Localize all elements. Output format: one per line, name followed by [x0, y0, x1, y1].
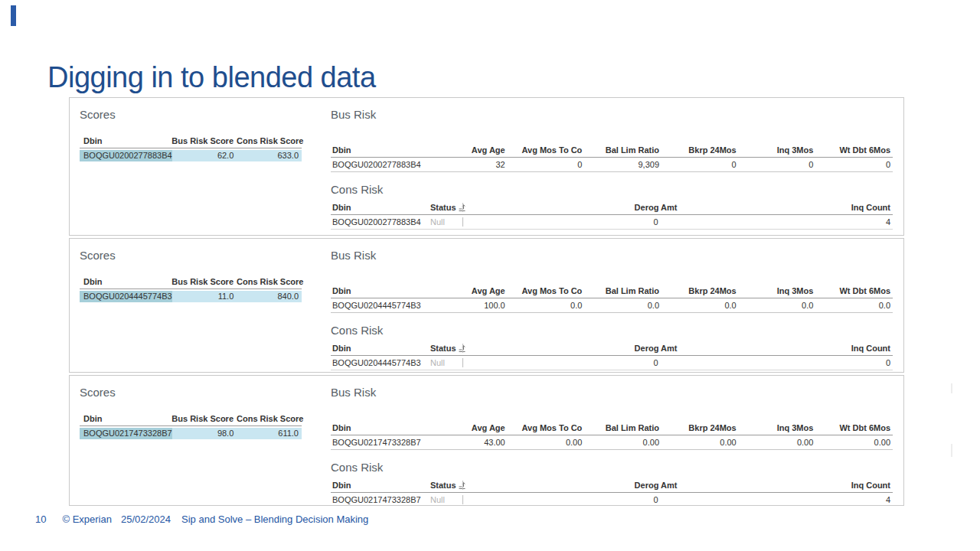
- bkrp-24mos-value: 0.00: [662, 438, 739, 447]
- column-header-avg-age: Avg Age: [430, 145, 508, 155]
- column-header-bal-lim-ratio: Bal Lim Ratio: [584, 423, 662, 432]
- cons-risk-data-row: BOQGU0200277883B4 Null 0 4: [331, 215, 893, 230]
- scores-header-row: Dbin Bus Risk Score Cons Risk Score: [80, 136, 302, 148]
- column-header-dbin: Dbin: [331, 481, 430, 490]
- inq-3mos-value: 0.0: [739, 301, 816, 310]
- dbin-value: BOQGU0204445774B3: [331, 301, 430, 310]
- cons-risk-heading: Cons Risk: [331, 461, 893, 474]
- scores-section: Scores Dbin Bus Risk Score Cons Risk Sco…: [70, 239, 331, 372]
- wt-dbt-6mos-value: 0.0: [815, 301, 893, 310]
- cons-risk-heading: Cons Risk: [331, 183, 893, 196]
- scores-table: Dbin Bus Risk Score Cons Risk Score BOQG…: [80, 277, 302, 302]
- slide-accent-bar: [11, 5, 16, 26]
- column-header-wt-dbt-6mos: Wt Dbt 6Mos: [815, 423, 893, 432]
- scores-data-row: BOQGU0204445774B3 11.0 840.0: [80, 291, 302, 302]
- column-header-inq-count: Inq Count: [848, 344, 893, 353]
- dbin-value: BOQGU0217473328B7: [331, 495, 430, 504]
- scores-data-row: BOQGU0200277883B4 62.0 633.0: [80, 150, 302, 161]
- column-header-wt-dbt-6mos: Wt Dbt 6Mos: [815, 145, 893, 155]
- column-header-avg-mos-to-co: Avg Mos To Co: [508, 286, 585, 295]
- bkrp-24mos-value: 0.0: [662, 301, 739, 310]
- cons-risk-header-row: Dbin Status Derog Amt Inq Count: [331, 344, 893, 356]
- cons-risk-header-row: Dbin Status Derog Amt Inq Count: [331, 203, 893, 215]
- column-header-bkrp-24mos: Bkrp 24Mos: [662, 145, 739, 155]
- cons-risk-score-value: 611.0: [237, 428, 302, 439]
- risk-section: Bus Risk Dbin Avg Age Avg Mos To Co Bal …: [331, 376, 903, 505]
- column-header-dbin: Dbin: [80, 414, 172, 423]
- column-header-inq-3mos: Inq 3Mos: [739, 145, 816, 155]
- status-value: Null: [430, 358, 462, 367]
- column-header-dbin: Dbin: [80, 136, 172, 145]
- derog-amt-value: 0: [462, 358, 848, 367]
- cons-risk-heading: Cons Risk: [331, 324, 893, 337]
- slide-title: Digging in to blended data: [47, 61, 376, 93]
- scores-section: Scores Dbin Bus Risk Score Cons Risk Sco…: [70, 98, 331, 235]
- scores-data-row: BOQGU0217473328B7 98.0 611.0: [80, 428, 302, 439]
- wt-dbt-6mos-value: 0.00: [815, 438, 893, 447]
- status-value: Null: [430, 495, 462, 504]
- column-header-inq-count: Inq Count: [848, 481, 893, 490]
- column-header-dbin: Dbin: [331, 423, 430, 432]
- column-header-cons-risk-score: Cons Risk Score: [237, 414, 302, 423]
- avg-mos-to-co-value: 0.00: [508, 438, 585, 447]
- dbin-value: BOQGU0204445774B3: [331, 358, 430, 367]
- dbin-value: BOQGU0217473328B7: [80, 428, 172, 439]
- column-header-dbin: Dbin: [80, 277, 172, 286]
- avg-age-value: 100.0: [430, 301, 508, 310]
- bus-risk-score-value: 11.0: [172, 291, 237, 302]
- avg-age-value: 43.00: [430, 438, 508, 447]
- scores-table: Dbin Bus Risk Score Cons Risk Score BOQG…: [80, 414, 302, 439]
- column-header-bal-lim-ratio: Bal Lim Ratio: [584, 145, 662, 155]
- dbin-value: BOQGU0200277883B4: [331, 160, 430, 169]
- bus-risk-data-row: BOQGU0204445774B3 100.0 0.0 0.0 0.0 0.0 …: [331, 298, 893, 313]
- column-header-inq-count: Inq Count: [848, 203, 893, 212]
- column-header-avg-age: Avg Age: [430, 423, 508, 432]
- bus-risk-header-row: Dbin Avg Age Avg Mos To Co Bal Lim Ratio…: [331, 286, 893, 298]
- scores-header-row: Dbin Bus Risk Score Cons Risk Score: [80, 414, 302, 426]
- column-header-status: Status: [430, 344, 462, 353]
- column-header-cons-risk-score: Cons Risk Score: [237, 277, 302, 286]
- cons-risk-score-value: 840.0: [237, 291, 302, 302]
- bus-risk-heading: Bus Risk: [331, 386, 893, 399]
- bus-risk-table: Dbin Avg Age Avg Mos To Co Bal Lim Ratio…: [331, 286, 893, 313]
- inq-count-value: 4: [848, 495, 893, 504]
- copyright-text: © Experian: [62, 514, 112, 525]
- column-header-cons-risk-score: Cons Risk Score: [237, 136, 302, 145]
- bus-risk-data-row: BOQGU0217473328B7 43.00 0.00 0.00 0.00 0…: [331, 435, 893, 450]
- inq-count-value: 0: [848, 358, 893, 367]
- risk-section: Bus Risk Dbin Avg Age Avg Mos To Co Bal …: [331, 98, 903, 235]
- bus-risk-heading: Bus Risk: [331, 249, 893, 262]
- column-header-inq-3mos: Inq 3Mos: [739, 423, 816, 432]
- dbin-value: BOQGU0217473328B7: [331, 438, 430, 447]
- column-header-derog-amt: Derog Amt: [462, 203, 848, 212]
- column-header-avg-mos-to-co: Avg Mos To Co: [508, 423, 585, 432]
- bal-lim-ratio-value: 0.00: [584, 438, 662, 447]
- column-header-status: Status: [430, 481, 462, 490]
- page-number: 10: [35, 514, 46, 525]
- cons-risk-header-row: Dbin Status Derog Amt Inq Count: [331, 481, 893, 493]
- column-header-derog-amt: Derog Amt: [462, 481, 848, 490]
- column-header-bus-risk-score: Bus Risk Score: [172, 136, 237, 145]
- footer-date: 25/02/2024: [121, 514, 171, 525]
- inq-count-value: 4: [848, 217, 893, 227]
- avg-mos-to-co-value: 0.0: [508, 301, 585, 310]
- column-header-bus-risk-score: Bus Risk Score: [172, 414, 237, 423]
- column-header-dbin: Dbin: [331, 203, 430, 212]
- derog-amt-value: 0: [462, 495, 848, 504]
- wt-dbt-6mos-value: 0: [815, 160, 893, 169]
- column-header-wt-dbt-6mos: Wt Dbt 6Mos: [815, 286, 893, 295]
- column-header-bkrp-24mos: Bkrp 24Mos: [662, 286, 739, 295]
- bus-risk-score-value: 98.0: [172, 428, 237, 439]
- dbin-value: BOQGU0200277883B4: [331, 217, 430, 227]
- column-header-derog-amt: Derog Amt: [462, 344, 848, 353]
- screen-edge-artifact: [951, 444, 952, 457]
- cons-risk-table: Dbin Status Derog Amt Inq Count BOQGU021…: [331, 481, 893, 506]
- column-header-bkrp-24mos: Bkrp 24Mos: [662, 423, 739, 432]
- status-value: Null: [430, 217, 462, 227]
- scores-header-row: Dbin Bus Risk Score Cons Risk Score: [80, 277, 302, 289]
- column-header-status: Status: [430, 203, 462, 212]
- column-header-bal-lim-ratio: Bal Lim Ratio: [584, 286, 662, 295]
- dbin-value: BOQGU0204445774B3: [80, 291, 172, 302]
- bal-lim-ratio-value: 9,309: [584, 160, 662, 169]
- bus-risk-table: Dbin Avg Age Avg Mos To Co Bal Lim Ratio…: [331, 423, 893, 450]
